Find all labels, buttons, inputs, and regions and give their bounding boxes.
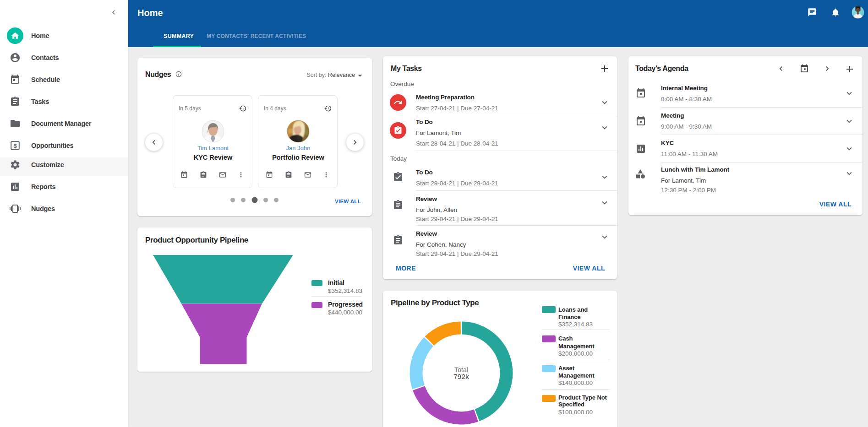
svg-text:$: $ (13, 142, 17, 149)
